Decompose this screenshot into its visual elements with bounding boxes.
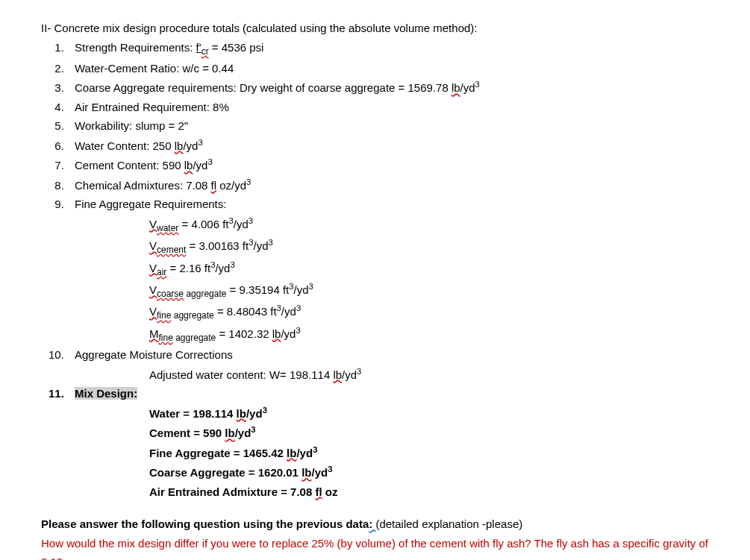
text: oz/yd	[216, 179, 246, 192]
s: 3	[230, 260, 234, 269]
sup: 3	[198, 138, 202, 147]
m-fine: Mfine aggregate = 1402.32 lb/yd3	[149, 324, 709, 345]
item-air: Air Entrained Requirement: 8%	[67, 98, 709, 117]
t: /yd	[215, 262, 230, 274]
question-text: How would the mix design differ if you w…	[41, 534, 709, 560]
sup: 3	[246, 177, 251, 186]
t: = 2.16 ft	[166, 262, 210, 274]
t: fine	[157, 310, 171, 321]
s: 3	[249, 216, 253, 225]
q-note: (detailed explanation -please)	[375, 517, 522, 530]
text: Aggregate Moisture Corrections	[75, 348, 233, 361]
t: oz	[322, 485, 338, 498]
t: Adjusted water content: W= 198.114	[149, 368, 333, 381]
s: 3	[309, 282, 313, 291]
text: Water Content: 250	[75, 139, 175, 152]
text: Chemical Admixtures: 7.08	[75, 179, 211, 192]
q-lead: Please answer the following question usi…	[41, 517, 369, 530]
mix-sub: Water = 198.114 lb/yd3 Cement = 590 lb/y…	[149, 403, 709, 502]
s: 3	[357, 367, 361, 376]
t: M	[149, 327, 159, 340]
t: = 9.35194 ft	[226, 283, 289, 296]
t: aggregate	[173, 333, 216, 343]
text: lb	[451, 81, 460, 94]
s: 3	[296, 326, 300, 335]
sup: 3	[475, 80, 480, 89]
t: /yd	[253, 239, 268, 252]
v-cement: Vcement = 3.00163 ft3/yd3	[149, 236, 709, 257]
text: f'	[196, 41, 201, 54]
t: /yd	[294, 283, 309, 296]
mix-fine: Fine Aggregate = 1465.42 lb/yd3	[149, 443, 709, 463]
text: cr	[201, 46, 209, 57]
mix-water: Water = 198.114 lb/yd3	[149, 403, 709, 424]
item-water-content: Water Content: 250 lb/yd3	[67, 136, 709, 156]
t: V	[149, 305, 157, 318]
text: /yd	[183, 139, 198, 152]
section-heading: II- Concrete mix design procedure totals…	[41, 19, 709, 38]
t: Fine Aggregate = 1465.42	[149, 447, 287, 459]
fine-agg-sub: Vwater = 4.006 ft3/yd3 Vcement = 3.00163…	[149, 214, 709, 345]
t: Coarse Aggregate = 1620.01	[149, 466, 301, 479]
t: coarse	[157, 289, 184, 299]
procedure-list: Strength Requirements: f'cr = 4536 psi W…	[67, 38, 709, 502]
t: lb	[333, 368, 342, 381]
t: fl	[315, 485, 322, 498]
t: = 8.48043 ft	[214, 305, 277, 318]
t: V	[149, 262, 157, 274]
t: lb	[272, 327, 281, 340]
text: Strength Requirements:	[75, 41, 196, 54]
text: Coarse Aggregate requirements: Dry weigh…	[75, 81, 451, 94]
text: = 4536 psi	[209, 41, 264, 54]
item-mix-design: Mix Design: Water = 198.114 lb/yd3 Cemen…	[67, 384, 709, 501]
t: /yd	[234, 218, 249, 230]
t: air	[157, 267, 166, 277]
adjusted-water: Adjusted water content: W= 198.114 lb/yd…	[149, 365, 709, 385]
item-fine-agg: Fine Aggregate Requirements: Vwater = 4.…	[67, 195, 709, 345]
s: 3	[328, 465, 332, 474]
text: fl	[211, 179, 217, 192]
item-cement-content: Cement Content: 590 lb/yd3	[67, 155, 709, 175]
item-workability: Workability: slump = 2"	[67, 116, 709, 136]
item-wc-ratio: Water-Cement Ratio: w/c = 0.44	[67, 59, 709, 78]
t: V	[149, 239, 157, 252]
s: 3	[268, 238, 272, 247]
v-coarse: Vcoarse aggregate = 9.35194 ft3/yd3	[149, 280, 709, 301]
t: /yd	[342, 368, 357, 381]
text: Mix Design:	[75, 387, 137, 400]
text: Cement Content: 590	[75, 159, 184, 172]
text: lb	[175, 139, 184, 152]
text: Fine Aggregate Requirements:	[75, 198, 226, 210]
t: V	[149, 283, 157, 296]
t: /yd	[296, 447, 313, 459]
t: /yd	[281, 327, 296, 340]
t: /yd	[281, 305, 296, 318]
t: aggregate	[184, 289, 226, 299]
text: lb	[184, 159, 193, 172]
t: aggregate	[171, 310, 213, 321]
v-water: Vwater = 4.006 ft3/yd3	[149, 214, 709, 236]
t: lb	[287, 447, 296, 459]
t: /yd	[235, 427, 251, 439]
t: Air Entrained Admixture = 7.08	[149, 485, 315, 498]
v-fine: Vfine aggregate = 8.48043 ft3/yd3	[149, 301, 709, 323]
item-admixtures: Chemical Admixtures: 7.08 fl oz/yd3	[67, 175, 709, 195]
t: V	[149, 218, 157, 230]
t: fine	[159, 333, 173, 343]
mix-coarse: Coarse Aggregate = 1620.01 lb/yd3	[149, 462, 709, 482]
t: lb	[225, 427, 234, 439]
mix-air: Air Entrained Admixture = 7.08 fl oz	[149, 482, 709, 502]
s: 3	[251, 425, 255, 434]
t: water	[157, 223, 178, 233]
t: /yd	[246, 407, 263, 420]
t: = 1402.32	[216, 327, 272, 340]
s: 3	[263, 406, 267, 415]
t: = 4.006 ft	[178, 218, 228, 230]
s: 3	[313, 445, 317, 454]
question-block: Please answer the following question usi…	[41, 515, 709, 534]
t: Water = 198.114	[149, 407, 237, 420]
moisture-sub: Adjusted water content: W= 198.114 lb/yd…	[149, 365, 709, 385]
t: /yd	[311, 466, 328, 479]
text: /yd	[460, 81, 475, 94]
t: lb	[301, 466, 311, 479]
